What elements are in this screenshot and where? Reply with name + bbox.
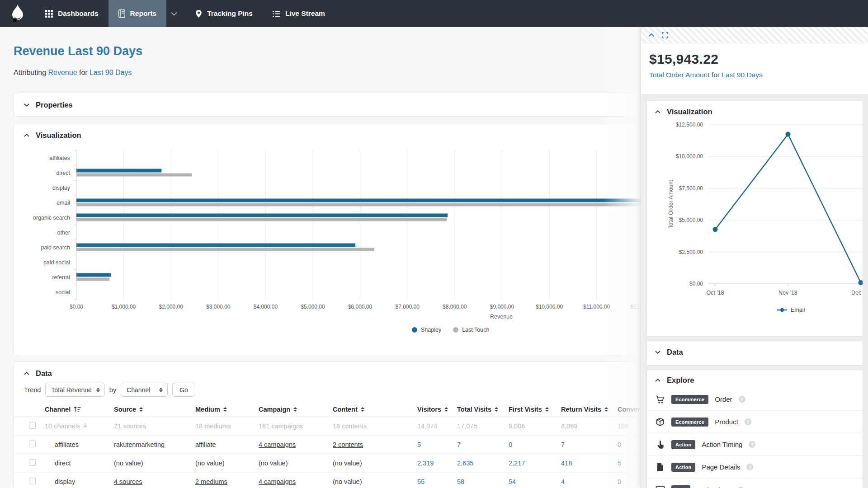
help-icon[interactable]: ? xyxy=(737,487,744,488)
summary-dim-link[interactable]: 18 contents xyxy=(333,422,367,430)
chevron-up-icon xyxy=(655,378,660,382)
dim-link-cell[interactable]: 2 mediums xyxy=(195,478,259,485)
explore-item-product[interactable]: EcommerceProduct? xyxy=(647,411,863,433)
bar-last-touch[interactable] xyxy=(76,248,374,251)
trend-dimension-value: Channel xyxy=(127,386,150,394)
panel-visualization-header[interactable]: Visualization xyxy=(647,101,863,123)
panel-explore-section: Explore EcommerceOrder?EcommerceProduct?… xyxy=(646,370,863,488)
line-x-tick: Dec '18 xyxy=(851,290,863,296)
bar-axis-title: Revenue xyxy=(490,314,513,320)
nav-item-live-stream[interactable]: Live Stream xyxy=(263,0,335,27)
line-data-point[interactable] xyxy=(859,280,863,285)
help-icon[interactable]: ? xyxy=(746,464,753,470)
line-data-point[interactable] xyxy=(786,132,791,137)
explore-item-page-details[interactable]: ActionPage Details? xyxy=(647,456,863,479)
nav-item-dashboards[interactable]: Dashboards xyxy=(35,0,108,27)
sort-icon[interactable] xyxy=(545,407,549,412)
dim-link-cell[interactable]: 4 campaigns xyxy=(259,441,333,448)
package-icon xyxy=(655,418,665,427)
row-checkbox[interactable] xyxy=(29,441,36,447)
sort-icon[interactable] xyxy=(495,407,498,412)
sort-icon[interactable] xyxy=(361,407,364,412)
column-header-content[interactable]: Content xyxy=(333,406,417,413)
sort-icon[interactable] xyxy=(139,407,143,412)
metric-link-cell[interactable]: 2,217 xyxy=(509,460,561,467)
panel-expand-button[interactable] xyxy=(662,32,668,38)
panel-data-title: Data xyxy=(667,348,683,357)
panel-explore-header[interactable]: Explore xyxy=(647,370,863,390)
metric-link-cell[interactable]: 55 xyxy=(417,478,457,485)
metric-link-cell[interactable]: 5 xyxy=(417,441,457,448)
explore-item-label: Product xyxy=(715,418,738,426)
row-checkbox[interactable] xyxy=(29,422,36,429)
summary-metric: 17,075 xyxy=(457,422,509,430)
explore-item-order[interactable]: EcommerceOrder? xyxy=(647,388,863,411)
trend-metric-select[interactable]: Total Revenue xyxy=(45,383,105,397)
column-label: Source xyxy=(114,406,136,413)
attribution-metric-link[interactable]: Revenue xyxy=(48,69,77,76)
dim-link-cell[interactable]: 4 sources xyxy=(114,478,195,485)
metric-link-cell[interactable]: 0 xyxy=(509,441,561,448)
category-badge: Visit xyxy=(671,485,690,488)
metric-label: Total Order Amount for Last 90 Days xyxy=(649,71,860,79)
help-icon[interactable]: ? xyxy=(739,396,745,403)
panel-visualization-title: Visualization xyxy=(667,108,712,116)
metric-link-cell[interactable]: 2,319 xyxy=(417,460,457,467)
column-header-visitors[interactable]: Visitors xyxy=(417,406,457,413)
explore-item-technology[interactable]: VisitTechnology? xyxy=(647,479,863,488)
reports-dropdown-button[interactable] xyxy=(166,0,182,27)
bar-last-touch[interactable] xyxy=(76,218,447,221)
bar-shapley[interactable] xyxy=(76,273,111,277)
legend-item[interactable]: Shapley xyxy=(412,327,441,333)
column-header-medium[interactable]: Medium xyxy=(195,406,259,413)
nav-item-reports[interactable]: Reports xyxy=(108,0,167,27)
column-header-first-visits[interactable]: First Visits xyxy=(509,406,561,413)
line-chart-legend: Email xyxy=(777,307,805,313)
bar-shapley[interactable] xyxy=(76,169,161,173)
woopra-logo[interactable] xyxy=(0,0,35,27)
column-label: Campaign xyxy=(259,406,290,413)
row-checkbox[interactable] xyxy=(29,478,36,484)
column-header-channel[interactable]: Channel xyxy=(45,406,114,413)
help-icon[interactable]: ? xyxy=(749,441,755,448)
legend-item[interactable]: Last Touch xyxy=(453,327,489,333)
panel-collapse-button[interactable] xyxy=(648,33,655,37)
panel-explore-title: Explore xyxy=(667,376,694,385)
line-data-point[interactable] xyxy=(713,227,718,232)
bar-shapley[interactable] xyxy=(76,214,448,217)
metric-link-cell[interactable]: 58 xyxy=(457,478,509,485)
sort-icon[interactable] xyxy=(293,407,297,412)
trend-dimension-select[interactable]: Channel xyxy=(121,383,168,397)
dim-link-cell[interactable]: 2 contents xyxy=(333,441,417,448)
go-button[interactable]: Go xyxy=(172,383,195,397)
metric-link-cell[interactable]: 2,635 xyxy=(457,460,509,467)
summary-channel-link[interactable]: 10 channels xyxy=(45,422,80,430)
dim-cell: (no value) xyxy=(259,460,333,467)
summary-dim-link[interactable]: 21 sources xyxy=(114,422,146,430)
panel-header-strip xyxy=(641,27,868,43)
explore-item-action-timing[interactable]: ActionAction Timing? xyxy=(647,433,863,456)
dim-link-cell[interactable]: 4 campaigns xyxy=(259,478,333,485)
attribution-range-link[interactable]: Last 90 Days xyxy=(90,69,132,76)
panel-data-header[interactable]: Data xyxy=(647,341,863,363)
chevron-down-icon xyxy=(171,12,177,16)
summary-dim-link[interactable]: 161 campaigns xyxy=(259,422,303,430)
column-header-campaign[interactable]: Campaign xyxy=(259,406,333,413)
help-icon[interactable]: ? xyxy=(745,418,751,425)
metric-link-cell[interactable]: 7 xyxy=(457,441,509,448)
metric-name-link[interactable]: Total Order Amount xyxy=(649,71,710,79)
sort-icon[interactable] xyxy=(223,407,227,412)
bar-shapley[interactable] xyxy=(76,244,355,247)
nav-item-tracking-pins[interactable]: Tracking Pins xyxy=(185,0,263,27)
category-badge: Action xyxy=(671,440,695,449)
summary-dim-link[interactable]: 18 mediums xyxy=(195,422,231,430)
row-checkbox[interactable] xyxy=(29,459,36,466)
column-header-total-visits[interactable]: Total Visits xyxy=(457,406,509,413)
column-header-source[interactable]: Source xyxy=(114,406,195,413)
sort-icon[interactable] xyxy=(444,407,448,412)
bar-last-touch[interactable] xyxy=(76,278,109,281)
metric-link-cell[interactable]: 54 xyxy=(509,478,561,485)
bar-last-touch[interactable] xyxy=(76,174,192,177)
legend-label[interactable]: Email xyxy=(791,307,805,313)
metric-range-link[interactable]: Last 90 Days xyxy=(722,71,762,79)
